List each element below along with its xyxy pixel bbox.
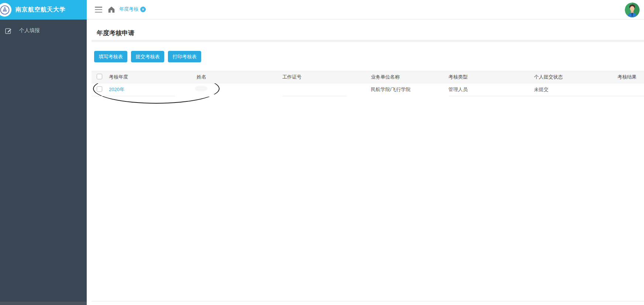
col-header-assess-year: 考核年度 (106, 74, 197, 80)
sidebar-menu: 个人填报 (0, 22, 87, 39)
menu-toggle-icon[interactable] (95, 7, 102, 13)
cell-submit-status: 未提交 (534, 86, 617, 93)
submit-assessment-form-button[interactable]: 提交考核表 (131, 51, 164, 62)
col-header-unit: 业务单位名称 (371, 74, 448, 80)
assess-year-link[interactable]: 2020年 (109, 87, 124, 92)
user-avatar[interactable] (625, 3, 640, 17)
select-all-checkbox[interactable] (97, 74, 102, 79)
redaction-patch (175, 94, 282, 97)
home-icon[interactable] (107, 6, 116, 14)
tab-label: 年度考核 (119, 6, 138, 13)
redaction-smudge (195, 86, 207, 91)
sidebar-item-label: 个人填报 (19, 27, 40, 34)
tab-annual-assessment[interactable]: 年度考核 × (119, 6, 146, 13)
print-assessment-form-button[interactable]: 打印考核表 (168, 51, 201, 62)
assessment-table: 考核年度 姓名 工作证号 业务单位名称 考核类型 个人提交状态 考核结果 202… (92, 71, 644, 96)
col-header-result: 考核结果 (617, 74, 644, 80)
sidebar-item-personal-report[interactable]: 个人填报 (0, 22, 87, 39)
title-divider (92, 40, 644, 42)
sidebar-footer (0, 302, 87, 305)
topbar: 年度考核 × (87, 0, 644, 20)
brand-title: 南京航空航天大学 (16, 6, 66, 14)
table-header-row: 考核年度 姓名 工作证号 业务单位名称 考核类型 个人提交状态 考核结果 (92, 71, 644, 83)
page-title: 年度考核申请 (97, 29, 134, 37)
tab-close-icon[interactable]: × (140, 7, 146, 12)
col-header-work-id: 工作证号 (282, 74, 371, 80)
brand-header: 南京航空航天大学 (0, 0, 87, 20)
table-row: 2020年 民航学院/飞行学院 管理人员 未提交 (92, 83, 644, 96)
action-buttons: 填写考核表 提交考核表 打印考核表 (94, 51, 205, 62)
fill-assessment-form-button[interactable]: 填写考核表 (94, 51, 127, 62)
cell-assess-type: 管理人员 (448, 86, 534, 93)
redaction-patch (347, 94, 449, 97)
edit-icon (5, 27, 12, 34)
row-checkbox[interactable] (97, 86, 102, 92)
col-header-name: 姓名 (197, 74, 282, 80)
bottom-divider (92, 301, 644, 301)
university-logo-icon (0, 3, 11, 17)
main-content: 年度考核申请 填写考核表 提交考核表 打印考核表 考核年度 姓名 工作证号 业务… (87, 20, 644, 305)
col-header-submit-status: 个人提交状态 (534, 74, 617, 80)
cell-unit: 民航学院/飞行学院 (371, 86, 448, 93)
sidebar: 南京航空航天大学 个人填报 (0, 0, 87, 305)
col-header-assess-type: 考核类型 (448, 74, 534, 80)
